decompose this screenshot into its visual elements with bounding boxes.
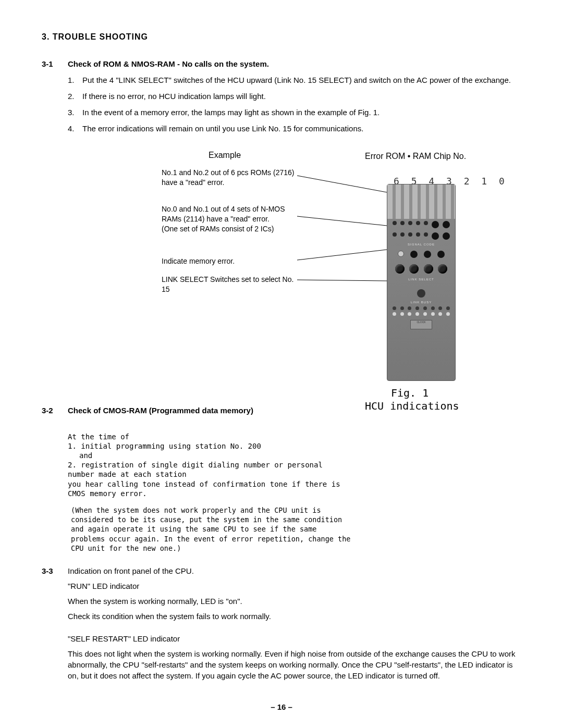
callout-memory-error: Indicate memory error.	[162, 256, 297, 266]
subsection-title: Indication on front panel of the CPU.	[68, 565, 194, 576]
item-text: In the event of a memory error, the lamp…	[82, 107, 521, 118]
item-number: 4.	[68, 123, 82, 134]
text: and	[79, 451, 349, 460]
run-led-line-1: When the system is working normally, LED…	[68, 596, 521, 607]
hcu-panel-illustration: SIGNAL CODE LINK SELECT LINK BUSY	[387, 184, 456, 381]
hcu-lamp-row-2	[387, 230, 455, 242]
svg-line-3	[297, 280, 387, 281]
page-number: – 16 –	[0, 701, 563, 712]
section-heading: 3. TROUBLE SHOOTING	[42, 31, 521, 43]
text: At the time of	[68, 433, 129, 441]
text: you hear calling tone instead of confirm…	[68, 480, 345, 498]
hcu-label-signal-code: SIGNAL CODE	[387, 242, 455, 247]
hcu-lamp-row-3	[387, 248, 455, 261]
subsection-title: Check of CMOS-RAM (Programmed data memor…	[68, 405, 253, 416]
hcu-label-link-busy: LINK BUSY	[387, 300, 455, 305]
list-item: 3. In the event of a memory error, the l…	[68, 107, 521, 118]
hcu-label-link-select: LINK SELECT	[387, 277, 455, 282]
run-led-line-2: Check its condition when the system fail…	[68, 611, 521, 622]
svg-line-2	[297, 250, 387, 260]
item-number: 1.	[68, 75, 82, 85]
hcu-clock-box: CLOCK	[410, 320, 432, 329]
item-text: Put the 4 "LINK SELECT" switches of the …	[82, 75, 521, 85]
subsection-title: Check of ROM & NMOS-RAM - No calls on th…	[68, 58, 269, 69]
subsection-3-1-head: 3-1 Check of ROM & NMOS-RAM - No calls o…	[42, 58, 521, 69]
callout-rom-error: No.1 and No.2 out of 6 pcs ROMs (2716) h…	[162, 168, 297, 188]
example-label: Example	[209, 150, 241, 161]
subsection-3-2-body: At the time of 1. initial programming us…	[68, 422, 349, 498]
hcu-single-led	[417, 289, 425, 298]
self-restart-body: This does not light when the system is w…	[68, 648, 521, 681]
subsection-3-2-note: (When the system does not work properly …	[71, 505, 352, 553]
list-item: 1. Put the 4 "LINK SELECT" switches of t…	[68, 75, 521, 85]
list-item: 4. The error indications will remain on …	[68, 123, 521, 134]
hcu-digit-row-2	[387, 311, 455, 317]
figure-caption: HCU indications	[365, 399, 459, 413]
item-text: The error indications will remain on unt…	[82, 123, 521, 134]
hcu-switch-bank	[387, 184, 455, 219]
subsection-number: 3-2	[42, 405, 68, 416]
text: 1.	[68, 442, 77, 450]
callout-link-select: LINK SELECT Switches set to select No. 1…	[162, 275, 297, 294]
svg-line-1	[297, 216, 387, 226]
text: registration of single digit dialing num…	[68, 461, 327, 478]
subsection-number: 3-3	[42, 565, 68, 576]
text: initial programming using station No. 20…	[81, 442, 261, 450]
subsection-number: 3-1	[42, 58, 68, 69]
item-text: If there is no error, no HCU indication …	[82, 91, 521, 102]
hcu-lamp-row-1	[387, 219, 455, 230]
callout-ram-error: No.0 and No.1 out of 4 sets of N-MOS RAM…	[162, 204, 297, 234]
svg-line-0	[297, 176, 387, 192]
run-led-heading: "RUN" LED indicator	[68, 581, 521, 591]
hcu-link-select-dials	[387, 261, 455, 277]
subsection-3-3-head: 3-3 Indication on front panel of the CPU…	[42, 565, 521, 576]
figure-number: Fig. 1	[391, 386, 429, 400]
self-restart-heading: "SELF RESTART" LED indicator	[68, 633, 521, 644]
item-number: 2.	[68, 91, 82, 102]
page: 3. TROUBLE SHOOTING 3-1 Check of ROM & N…	[0, 0, 563, 728]
error-rom-ram-label: Error ROM • RAM Chip No.	[365, 151, 466, 162]
item-number: 3.	[68, 107, 82, 118]
example-figure-block: Example Error ROM • RAM Chip No. 6 5 4 3…	[42, 150, 521, 389]
hcu-digit-row-1	[387, 305, 455, 311]
list-3-1: 1. Put the 4 "LINK SELECT" switches of t…	[68, 75, 521, 134]
list-item: 2. If there is no error, no HCU indicati…	[68, 91, 521, 102]
text: 2.	[68, 461, 77, 469]
